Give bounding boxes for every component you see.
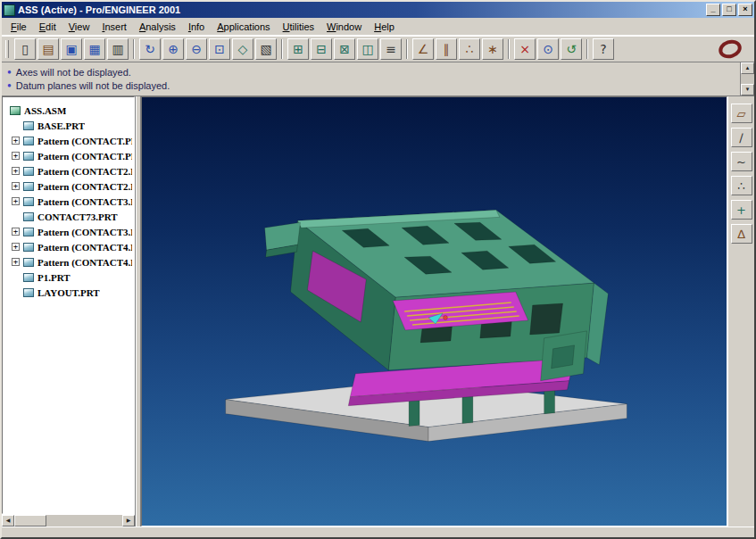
plane-tag-button[interactable]: ∠ (412, 38, 434, 60)
highlight-button[interactable]: ⊙ (537, 38, 559, 60)
tree-item[interactable]: + Pattern (CONTACT4.PR (4, 239, 132, 254)
datum-plane-icon: ⊞ (293, 43, 303, 55)
datum-toolbar: ▱ ∕ ~ ∴ + ∆ (727, 96, 754, 527)
tree-item[interactable]: CONTACT73.PRT (4, 209, 132, 224)
tree-item[interactable]: + Pattern (CONTACT2.PR (4, 163, 132, 178)
orient-button[interactable]: ◇ (232, 38, 253, 60)
datum-point-icon: ⊠ (339, 43, 350, 55)
scrollbar-track[interactable] (741, 74, 754, 84)
minimize-button[interactable]: _ (706, 4, 720, 16)
toolbar-grip[interactable] (5, 40, 9, 58)
part-icon (23, 121, 34, 130)
datum-planes-display-button[interactable]: ⊞ (287, 38, 309, 60)
menu-help[interactable]: Help (369, 20, 400, 34)
connector-leg (462, 394, 473, 424)
message-line: ● Datum planes will not be displayed. (7, 79, 735, 92)
message-text: Axes will not be displayed. (16, 67, 131, 78)
tree-item[interactable]: BASE.PRT (4, 118, 132, 133)
menu-utilities[interactable]: Utilities (278, 20, 320, 34)
menu-edit[interactable]: Edit (34, 20, 62, 34)
csys-tag-button[interactable]: ∗ (482, 38, 503, 60)
expand-toggle[interactable]: + (12, 258, 20, 266)
datum-axis-tool-button[interactable]: ∕ (731, 128, 752, 147)
tree-item[interactable]: P1.PRT (4, 270, 132, 285)
saved-views-button[interactable]: ▧ (255, 38, 277, 60)
model-viewport[interactable] (141, 96, 727, 527)
expand-toggle[interactable]: + (12, 243, 20, 251)
datum-points-display-button[interactable]: ⊠ (334, 38, 355, 60)
pattern-icon (23, 197, 34, 206)
csys-display-button[interactable]: ◫ (357, 38, 378, 60)
tree-item[interactable]: + Pattern (CONTACT2.PR (4, 178, 132, 194)
context-help-button[interactable]: ? (593, 38, 614, 60)
tree-item[interactable]: + Pattern (CONTACT4.PR (4, 254, 132, 270)
close-button[interactable]: × (738, 4, 752, 16)
menu-insert[interactable]: Insert (96, 20, 132, 34)
toolbar-separator (508, 39, 510, 59)
expand-toggle[interactable]: + (12, 167, 20, 175)
zoom-in-button[interactable]: ⊕ (162, 38, 184, 60)
shell-front-opening (530, 303, 563, 335)
part-icon (23, 273, 34, 282)
tree-item[interactable]: + Pattern (CONTACT.PRT (4, 133, 132, 148)
layers-button[interactable]: ≡ (380, 38, 402, 60)
expand-toggle[interactable]: + (12, 228, 20, 236)
zoom-out-button[interactable]: ⊖ (186, 38, 207, 60)
menu-applications[interactable]: Applications (212, 20, 275, 34)
datum-curve-tool-button[interactable]: ~ (731, 152, 752, 171)
tree-item[interactable]: LAYOUT.PRT (4, 285, 132, 300)
stop-button[interactable]: × (514, 38, 536, 60)
pattern-icon (23, 137, 34, 145)
scroll-up-button[interactable]: ▲ (741, 62, 754, 74)
scroll-down-button[interactable]: ▼ (741, 84, 754, 95)
expand-toggle[interactable]: + (12, 197, 20, 205)
save-button[interactable]: ▣ (61, 38, 82, 60)
datum-plane-tool-button[interactable]: ▱ (731, 104, 752, 123)
tree-item[interactable]: + Pattern (CONTACT3.PR (4, 194, 132, 209)
datum-point-tool-icon: ∴ (737, 180, 744, 192)
csys-icon: ◫ (361, 43, 373, 55)
save-copy-button[interactable]: ▦ (84, 38, 105, 60)
expand-toggle[interactable]: + (12, 182, 20, 190)
menu-file[interactable]: File (5, 20, 32, 34)
datum-axis-tool-icon: ∕ (739, 132, 743, 144)
tree-item[interactable]: + Pattern (CONTACT3.PR (4, 224, 132, 239)
new-file-button[interactable]: ▯ (14, 38, 36, 60)
print-button[interactable]: ▥ (107, 38, 129, 60)
open-file-button[interactable]: ▤ (37, 38, 59, 60)
datum-axes-display-button[interactable]: ⊟ (311, 38, 332, 60)
tree-item[interactable]: + Pattern (CONTACT.PRT (4, 148, 132, 163)
scrollbar-track[interactable] (14, 515, 122, 527)
expand-toggle[interactable]: + (12, 137, 20, 145)
model-tree-panel: ASS.ASM BASE.PRT + Pattern (CONTACT.PRT … (2, 96, 136, 527)
datum-point-tool-button[interactable]: ∴ (731, 176, 752, 195)
scroll-left-button[interactable]: ◀ (2, 515, 14, 527)
toolbar-separator (133, 39, 135, 59)
menu-info[interactable]: Info (183, 20, 210, 34)
menu-window[interactable]: Window (321, 20, 367, 34)
menu-view[interactable]: View (63, 20, 96, 34)
help-icon: ? (600, 43, 606, 55)
point-tag-button[interactable]: ∴ (459, 38, 480, 60)
tree-item[interactable]: ASS.ASM (4, 103, 132, 118)
datum-csys-tool-button[interactable]: + (731, 200, 752, 220)
shell-right-notch (552, 345, 575, 369)
message-scrollbar: ▲ ▼ (740, 62, 754, 95)
datum-axis-icon: ⊟ (316, 43, 327, 55)
menu-analysis[interactable]: Analysis (134, 20, 181, 34)
refit-button[interactable]: ⊡ (209, 38, 230, 60)
message-text: Datum planes will not be displayed. (16, 80, 170, 91)
window-title: ASS (Active) - Pro/ENGINEER 2001 (18, 4, 703, 15)
expand-toggle[interactable]: + (12, 152, 20, 160)
highlight-icon: ⊙ (543, 43, 553, 55)
scrollbar-thumb[interactable] (14, 515, 46, 527)
maximize-button[interactable]: □ (722, 4, 736, 16)
sketch-tool-icon: ∆ (737, 228, 745, 240)
datum-plane-tool-icon: ▱ (737, 108, 746, 120)
assembly-icon (10, 106, 21, 115)
spin-center-button[interactable]: ↺ (561, 38, 582, 60)
axis-tag-button[interactable]: ∥ (436, 38, 457, 60)
repaint-button[interactable]: ↻ (139, 38, 161, 60)
sketch-tool-button[interactable]: ∆ (731, 224, 752, 244)
scroll-right-button[interactable]: ▶ (122, 515, 135, 527)
